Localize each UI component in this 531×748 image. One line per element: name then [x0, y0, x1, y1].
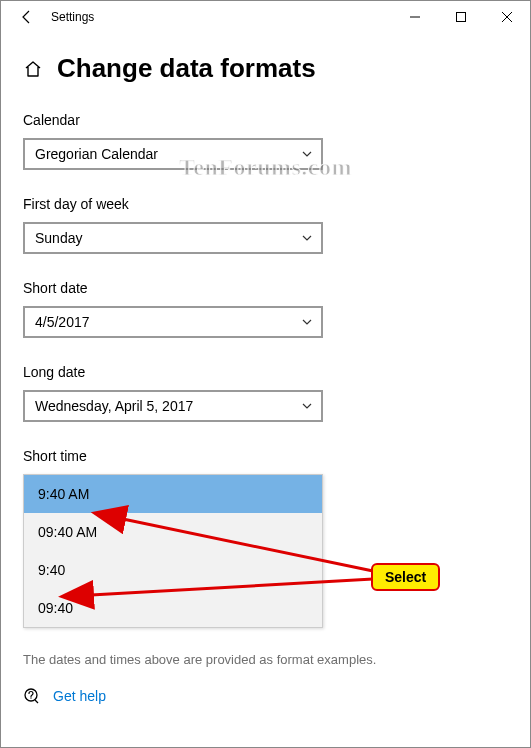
calendar-value: Gregorian Calendar	[35, 146, 158, 162]
help-icon	[23, 687, 41, 705]
svg-point-4	[25, 689, 37, 701]
calendar-label: Calendar	[23, 112, 508, 128]
long-date-dropdown[interactable]: Wednesday, April 5, 2017	[23, 390, 323, 422]
page-title: Change data formats	[57, 53, 316, 84]
first-day-dropdown[interactable]: Sunday	[23, 222, 323, 254]
short-time-label: Short time	[23, 448, 508, 464]
footnote-text: The dates and times above are provided a…	[23, 652, 508, 667]
short-time-option[interactable]: 09:40 AM	[24, 513, 322, 551]
chevron-down-icon	[301, 400, 313, 412]
first-day-label: First day of week	[23, 196, 508, 212]
chevron-down-icon	[301, 316, 313, 328]
short-date-label: Short date	[23, 280, 508, 296]
window-controls	[392, 1, 530, 33]
page-header: Change data formats	[23, 53, 508, 84]
back-button[interactable]	[13, 3, 41, 31]
app-title: Settings	[51, 10, 94, 24]
svg-point-5	[30, 697, 31, 698]
svg-rect-1	[457, 13, 466, 22]
chevron-down-icon	[301, 232, 313, 244]
long-date-label: Long date	[23, 364, 508, 380]
maximize-button[interactable]	[438, 1, 484, 33]
short-time-option[interactable]: 9:40	[24, 551, 322, 589]
long-date-value: Wednesday, April 5, 2017	[35, 398, 193, 414]
minimize-button[interactable]	[392, 1, 438, 33]
short-time-listbox[interactable]: 9:40 AM 09:40 AM 9:40 09:40	[23, 474, 323, 628]
close-button[interactable]	[484, 1, 530, 33]
annotation-badge: Select	[371, 563, 440, 591]
short-date-dropdown[interactable]: 4/5/2017	[23, 306, 323, 338]
help-row: Get help	[23, 687, 508, 705]
calendar-dropdown[interactable]: Gregorian Calendar	[23, 138, 323, 170]
help-link[interactable]: Get help	[53, 688, 106, 704]
short-time-option[interactable]: 09:40	[24, 589, 322, 627]
home-icon[interactable]	[23, 59, 43, 79]
short-time-option[interactable]: 9:40 AM	[24, 475, 322, 513]
chevron-down-icon	[301, 148, 313, 160]
short-date-value: 4/5/2017	[35, 314, 90, 330]
first-day-value: Sunday	[35, 230, 82, 246]
